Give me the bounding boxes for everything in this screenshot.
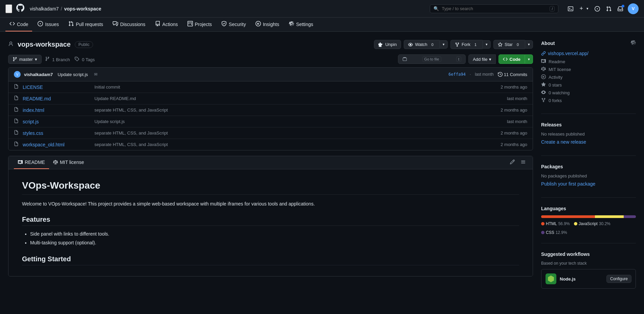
fork-btn-group: Fork 1 ▾ xyxy=(450,40,491,49)
readme-features-list: Side panel with links to different tools… xyxy=(22,230,519,247)
create-release-link[interactable]: Create a new release xyxy=(541,139,636,145)
readme-list-button[interactable] xyxy=(519,158,527,167)
file-name-2[interactable]: index.html xyxy=(23,107,90,113)
commit-hash[interactable]: 6effa94 xyxy=(448,72,466,77)
unpin-button[interactable]: Unpin xyxy=(374,40,401,49)
breadcrumb-repo[interactable]: vops-workspace xyxy=(64,6,102,11)
readme-link[interactable]: Readme xyxy=(549,59,565,64)
commits-count-link[interactable]: 11 Commits xyxy=(498,72,527,77)
breadcrumb-sep: / xyxy=(61,6,62,11)
hamburger-button[interactable]: ☰ xyxy=(5,4,12,13)
search-icon: 🔍 xyxy=(434,6,439,11)
star-button[interactable]: Star 0 xyxy=(493,40,525,49)
commit-right: 6effa94 · last month 11 Commits xyxy=(448,72,527,77)
file-name-5[interactable]: workspace_old.html xyxy=(23,142,90,147)
tab-pull-requests[interactable]: Pull requests xyxy=(64,18,107,31)
watch-btn-group: Watch 0 ▾ xyxy=(404,40,447,49)
html-legend-item: HTML 56.9% xyxy=(541,221,570,226)
breadcrumb-user[interactable]: vishalkadam7 xyxy=(30,6,59,11)
star-caret[interactable]: ▾ xyxy=(525,40,533,49)
branch-bar: master ▾ 1 Branch 0 Tags Go to file t xyxy=(8,54,533,64)
html-dot xyxy=(541,222,545,225)
tab-issues[interactable]: Issues xyxy=(34,18,63,31)
about-gear-button[interactable] xyxy=(630,40,636,47)
language-legend: HTML 56.9% JavaScript 30.2% CSS xyxy=(541,221,636,235)
file-table: V vishalkadam7 Update script.js ✉ 6effa9… xyxy=(8,67,533,150)
search-input[interactable] xyxy=(442,6,547,11)
tab-insights[interactable]: Insights xyxy=(251,18,283,31)
repo-header: vops-workspace Public Unpin Watch 0 ▾ xyxy=(8,40,533,49)
tags-link[interactable]: 0 Tags xyxy=(74,56,95,62)
fork-button[interactable]: Fork 1 xyxy=(450,40,483,49)
watch-button[interactable]: Watch 0 xyxy=(404,40,439,49)
file-name-1[interactable]: README.md xyxy=(23,96,90,101)
code-button[interactable]: Code xyxy=(498,54,525,64)
fork-caret[interactable]: ▾ xyxy=(483,40,491,49)
file-name-3[interactable]: script.js xyxy=(23,119,90,124)
search-bar[interactable]: 🔍 / xyxy=(430,4,558,13)
css-lang-name: CSS xyxy=(546,230,554,235)
tab-code[interactable]: Code xyxy=(5,18,32,31)
file-name-0[interactable]: LICENSE xyxy=(23,84,90,90)
repo-tabs: Code Issues Pull requests Discussions Ac… xyxy=(0,18,644,32)
activity-icon xyxy=(541,74,546,80)
readme-tab-readme[interactable]: README xyxy=(14,156,49,169)
tab-discussions[interactable]: Discussions xyxy=(109,18,150,31)
commit-message: Update script.js xyxy=(58,72,88,77)
website-link[interactable]: vishops.vercel.app/ xyxy=(541,51,636,56)
commits-count-label: 11 Commits xyxy=(504,72,527,77)
branch-selector[interactable]: master ▾ xyxy=(8,55,42,64)
tab-settings[interactable]: Settings xyxy=(285,18,317,31)
tab-actions[interactable]: Actions xyxy=(151,18,182,31)
watch-count: 0 xyxy=(429,42,436,47)
watch-caret[interactable]: ▾ xyxy=(440,40,448,49)
activity-link[interactable]: Activity xyxy=(549,75,562,80)
readme-description: Welcome to VOps-Workspace! This project … xyxy=(22,200,519,208)
workflow-configure-button[interactable]: Configure xyxy=(606,275,631,283)
star-count: 0 xyxy=(515,42,521,47)
branch-bar-actions: Go to file t Add file ▾ Code ▾ xyxy=(398,54,533,64)
publish-package-link[interactable]: Publish your first package xyxy=(541,181,636,187)
fork-sidebar-icon xyxy=(541,98,546,103)
add-file-button[interactable]: Add file ▾ xyxy=(468,54,495,64)
mit-tab-label: MIT license xyxy=(60,160,84,165)
commit-username[interactable]: vishalkadam7 xyxy=(24,72,53,77)
html-bar-segment xyxy=(541,215,595,218)
branches-link[interactable]: 1 Branch xyxy=(45,56,70,62)
right-sidebar: About vishops.vercel.app/ Readme MIT l xyxy=(541,40,636,305)
readme-tab-mit[interactable]: MIT license xyxy=(49,156,88,169)
license-link[interactable]: MIT license xyxy=(549,67,571,72)
watching-sidebar-item: 0 watching xyxy=(541,90,636,96)
forks-sidebar-item: 0 forks xyxy=(541,98,636,103)
repo-type-icon xyxy=(8,41,14,48)
tab-projects[interactable]: Projects xyxy=(183,18,216,31)
file-row: script.js Update script.js last month xyxy=(8,116,533,127)
file-icon-1 xyxy=(14,96,19,101)
pull-requests-button[interactable] xyxy=(605,5,613,13)
branch-caret-icon: ▾ xyxy=(35,57,37,62)
css-dot xyxy=(541,231,545,234)
file-row: README.md Update README.md last month xyxy=(8,93,533,104)
plus-caret[interactable]: ▾ xyxy=(585,5,590,12)
avatar[interactable]: V xyxy=(628,3,639,14)
add-file-caret-icon: ▾ xyxy=(489,57,491,62)
code-btn-caret[interactable]: ▾ xyxy=(525,54,533,64)
no-releases-text: No releases published xyxy=(541,131,636,137)
repo-action-buttons: Unpin Watch 0 ▾ Fork 1 xyxy=(374,40,533,49)
commit-message-link[interactable]: Update script.js xyxy=(58,72,88,77)
stars-sidebar-item: 0 stars xyxy=(541,82,636,88)
plus-button[interactable]: + xyxy=(578,4,584,14)
file-name-4[interactable]: styles.css xyxy=(23,130,90,136)
go-to-file-label: Go to file xyxy=(422,56,441,62)
issues-button[interactable] xyxy=(593,5,601,13)
go-to-file-button[interactable]: Go to file t xyxy=(398,54,466,64)
readme-edit-button[interactable] xyxy=(508,158,516,167)
terminal-button[interactable] xyxy=(567,5,575,13)
file-icon-2 xyxy=(14,107,19,113)
star-sidebar-icon xyxy=(541,82,546,88)
search-shortcut: / xyxy=(550,6,555,11)
file-row: styles.css separate HTML, CSS, and JavaS… xyxy=(8,127,533,139)
scale-icon xyxy=(541,67,546,72)
tab-security[interactable]: Security xyxy=(217,18,250,31)
js-bar-segment xyxy=(595,215,624,218)
